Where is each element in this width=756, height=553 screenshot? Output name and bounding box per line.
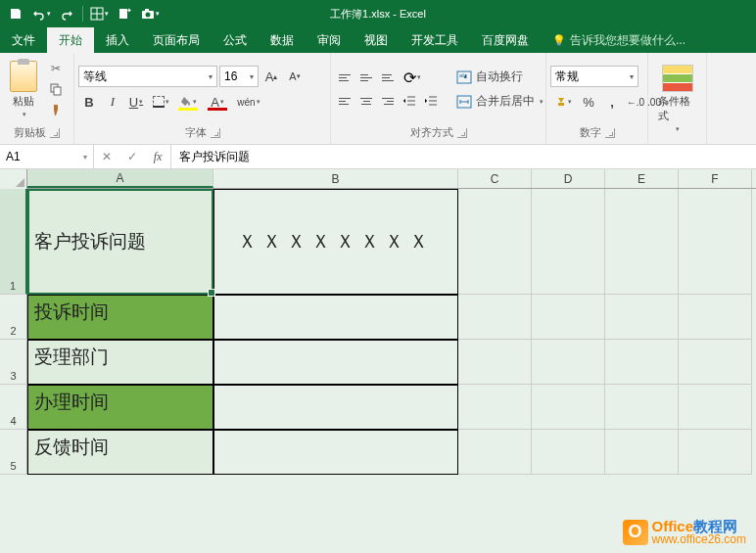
cell-b5[interactable]	[213, 430, 458, 475]
merge-center-button[interactable]: 合并后居中▾	[450, 91, 549, 112]
tab-home[interactable]: 开始	[47, 27, 94, 53]
underline-button[interactable]: U▾	[125, 91, 147, 113]
border-button[interactable]: ▾	[149, 91, 172, 113]
cell-c5[interactable]	[458, 430, 532, 475]
cell-a2[interactable]: 投诉时间	[27, 295, 213, 340]
increase-indent-button[interactable]	[421, 91, 441, 111]
cell-e2[interactable]	[605, 295, 679, 340]
fx-button[interactable]: fx	[145, 145, 170, 168]
font-size-combo[interactable]: 16▾	[219, 66, 259, 87]
cell-c1[interactable]	[458, 189, 532, 295]
cell-e5[interactable]	[605, 430, 679, 475]
redo-button[interactable]	[55, 3, 78, 24]
tab-layout[interactable]: 页面布局	[141, 27, 212, 53]
phonetic-button[interactable]: wén▾	[233, 91, 264, 113]
row-header-5[interactable]: 5	[0, 430, 27, 475]
row-header-4[interactable]: 4	[0, 385, 27, 430]
row-header-2[interactable]: 2	[0, 295, 27, 340]
align-middle-button[interactable]	[356, 68, 376, 87]
cut-button[interactable]: ✂	[45, 59, 67, 78]
align-right-button[interactable]	[378, 91, 398, 111]
increase-font-button[interactable]: A▴	[260, 66, 282, 87]
cell-a4[interactable]: 办理时间	[27, 385, 213, 430]
col-header-b[interactable]: B	[213, 169, 458, 188]
cell-f1[interactable]	[679, 189, 752, 295]
wrap-text-button[interactable]: ab自动换行	[450, 67, 549, 87]
formula-input[interactable]: 客户投诉问题	[171, 145, 756, 168]
bold-button[interactable]: B	[78, 91, 100, 113]
copy-button[interactable]	[45, 79, 67, 99]
format-painter-button[interactable]	[45, 100, 67, 119]
cell-b2[interactable]	[213, 295, 458, 340]
cell-d4[interactable]	[532, 385, 605, 430]
cell-b4[interactable]	[213, 385, 458, 430]
align-center-button[interactable]	[356, 91, 376, 111]
row-header-1[interactable]: 1	[0, 189, 27, 295]
orientation-button[interactable]: ⟳▾	[400, 68, 425, 87]
col-header-a[interactable]: A	[27, 169, 213, 188]
cell-c2[interactable]	[458, 295, 532, 340]
paste-button[interactable]: 粘贴 ▾	[4, 59, 43, 120]
cell-f5[interactable]	[679, 430, 752, 475]
cell-c3[interactable]	[458, 340, 532, 385]
tab-review[interactable]: 审阅	[306, 27, 353, 53]
number-launcher[interactable]	[605, 128, 615, 138]
font-launcher[interactable]	[211, 128, 220, 138]
conditional-format-button[interactable]: 条件格式 ▾	[652, 63, 702, 135]
italic-button[interactable]: I	[102, 91, 123, 113]
clipboard-launcher[interactable]	[50, 128, 60, 138]
enter-button[interactable]: ✓	[119, 145, 145, 168]
tell-me[interactable]: 告诉我您想要做什么...	[541, 27, 697, 53]
decrease-indent-button[interactable]	[400, 91, 419, 111]
cell-a5[interactable]: 反馈时间	[27, 430, 213, 475]
tab-developer[interactable]: 开发工具	[400, 27, 470, 53]
font-color-button[interactable]: A▾	[204, 91, 231, 113]
select-all-corner[interactable]	[0, 169, 27, 189]
name-box[interactable]: A1▾	[0, 145, 94, 168]
font-name-combo[interactable]: 等线▾	[78, 66, 217, 87]
tab-insert[interactable]: 插入	[94, 27, 141, 53]
decrease-font-button[interactable]: A▾	[284, 66, 306, 87]
row-header-3[interactable]: 3	[0, 340, 27, 385]
cell-f4[interactable]	[679, 385, 752, 430]
grid-icon[interactable]: ▾	[87, 3, 111, 24]
accounting-button[interactable]: ▾	[550, 91, 576, 113]
tab-view[interactable]: 视图	[353, 27, 400, 53]
tab-data[interactable]: 数据	[259, 27, 306, 53]
tab-file[interactable]: 文件	[0, 27, 47, 53]
cell-f2[interactable]	[679, 295, 752, 340]
align-top-button[interactable]	[335, 68, 354, 87]
cell-b3[interactable]	[213, 340, 458, 385]
align-bottom-button[interactable]	[378, 68, 398, 87]
new-file-icon[interactable]: ✦	[113, 3, 136, 24]
save-button[interactable]	[4, 3, 27, 24]
cell-f3[interactable]	[679, 340, 752, 385]
align-left-button[interactable]	[335, 91, 354, 111]
cell-e3[interactable]	[605, 340, 679, 385]
increase-decimal-button[interactable]: ←.0	[625, 91, 646, 113]
percent-button[interactable]: %	[578, 91, 599, 113]
tab-baidu[interactable]: 百度网盘	[470, 27, 541, 53]
cell-a3[interactable]: 受理部门	[27, 340, 213, 385]
undo-button[interactable]: ▾	[29, 3, 53, 24]
col-header-d[interactable]: D	[532, 169, 605, 188]
cell-b1[interactable]: ＸＸＸＸＸＸＸＸ	[213, 189, 458, 295]
col-header-f[interactable]: F	[679, 169, 752, 188]
cell-a1[interactable]: 客户投诉问题	[27, 189, 213, 295]
cell-d3[interactable]	[532, 340, 605, 385]
cell-d1[interactable]	[532, 189, 605, 295]
fill-color-button[interactable]: ▾	[174, 91, 202, 113]
cell-d2[interactable]	[532, 295, 605, 340]
cell-e1[interactable]	[605, 189, 679, 295]
camera-icon[interactable]: ▾	[138, 3, 162, 24]
comma-button[interactable]: ,	[601, 91, 623, 113]
cell-d5[interactable]	[532, 430, 605, 475]
cell-e4[interactable]	[605, 385, 679, 430]
align-launcher[interactable]	[457, 128, 467, 138]
col-header-e[interactable]: E	[605, 169, 679, 188]
number-format-combo[interactable]: 常规▾	[550, 66, 638, 87]
cancel-button[interactable]: ✕	[94, 145, 119, 168]
cell-c4[interactable]	[458, 385, 532, 430]
col-header-c[interactable]: C	[458, 169, 532, 188]
tab-formulas[interactable]: 公式	[212, 27, 259, 53]
